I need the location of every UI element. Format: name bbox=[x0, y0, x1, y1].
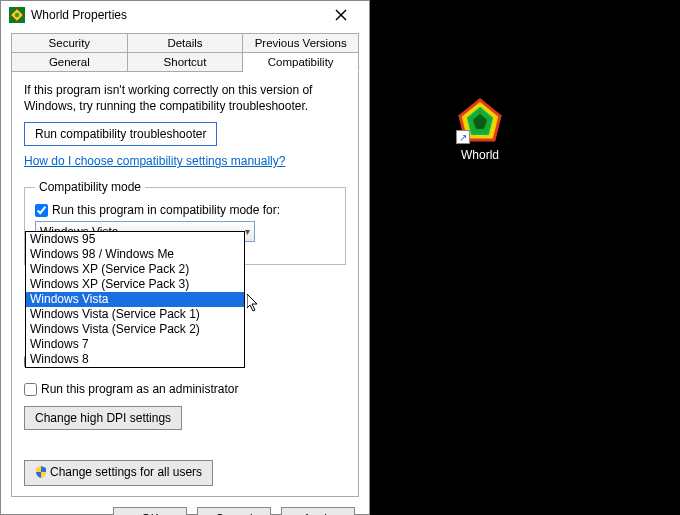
troubleshooter-button[interactable]: Run compatibility troubleshooter bbox=[24, 122, 217, 146]
shortcut-arrow-icon: ↗ bbox=[456, 130, 470, 144]
shield-icon bbox=[35, 466, 47, 481]
properties-dialog: Whorld Properties Security Details Previ… bbox=[0, 0, 370, 515]
tab-security[interactable]: Security bbox=[11, 33, 128, 52]
run-as-admin-label: Run this program as an administrator bbox=[41, 382, 238, 396]
tab-compatibility[interactable]: Compatibility bbox=[243, 52, 359, 72]
tabs: Security Details Previous Versions Gener… bbox=[1, 29, 369, 72]
app-icon bbox=[9, 7, 25, 23]
desktop[interactable]: ↗ Whorld bbox=[370, 0, 680, 515]
compat-option[interactable]: Windows Vista (Service Pack 1) bbox=[26, 307, 244, 322]
compat-option[interactable]: Windows 95 bbox=[26, 232, 244, 247]
desktop-icon-label: Whorld bbox=[440, 148, 520, 162]
compat-option[interactable]: Windows Vista (Service Pack 2) bbox=[26, 322, 244, 337]
dpi-button[interactable]: Change high DPI settings bbox=[24, 406, 182, 430]
compat-option[interactable]: Windows XP (Service Pack 3) bbox=[26, 277, 244, 292]
whorld-app-icon: ↗ bbox=[456, 96, 504, 144]
compat-mode-check-label: Run this program in compatibility mode f… bbox=[52, 203, 280, 217]
titlebar: Whorld Properties bbox=[1, 1, 369, 29]
svg-point-2 bbox=[15, 13, 19, 17]
compat-option[interactable]: Windows 98 / Windows Me bbox=[26, 247, 244, 262]
cancel-button[interactable]: Cancel bbox=[197, 507, 271, 515]
run-as-admin-checkbox[interactable] bbox=[24, 383, 37, 396]
desktop-shortcut-whorld[interactable]: ↗ Whorld bbox=[440, 96, 520, 162]
compat-option-selected[interactable]: Windows Vista bbox=[26, 292, 244, 307]
tab-details[interactable]: Details bbox=[128, 33, 244, 52]
tab-general[interactable]: General bbox=[11, 52, 128, 72]
chevron-down-icon: ▾ bbox=[245, 226, 250, 237]
tab-previous-versions[interactable]: Previous Versions bbox=[243, 33, 359, 52]
tab-shortcut[interactable]: Shortcut bbox=[128, 52, 244, 72]
compat-mode-checkbox[interactable] bbox=[35, 204, 48, 217]
apply-button[interactable]: Apply bbox=[281, 507, 355, 515]
intro-text: If this program isn't working correctly … bbox=[24, 82, 346, 114]
compat-mode-dropdown[interactable]: Windows 95 Windows 98 / Windows Me Windo… bbox=[25, 231, 245, 368]
window-title: Whorld Properties bbox=[31, 8, 321, 22]
compat-option[interactable]: Windows 7 bbox=[26, 337, 244, 352]
all-users-label: Change settings for all users bbox=[50, 465, 202, 479]
compat-option[interactable]: Windows XP (Service Pack 2) bbox=[26, 262, 244, 277]
compat-option[interactable]: Windows 8 bbox=[26, 352, 244, 367]
close-button[interactable] bbox=[321, 1, 361, 29]
close-icon bbox=[335, 9, 347, 21]
all-users-button[interactable]: Change settings for all users bbox=[24, 460, 213, 486]
compat-mode-legend: Compatibility mode bbox=[35, 180, 145, 194]
dialog-footer: OK Cancel Apply bbox=[1, 497, 369, 515]
ok-button[interactable]: OK bbox=[113, 507, 187, 515]
manual-settings-link[interactable]: How do I choose compatibility settings m… bbox=[24, 154, 285, 168]
